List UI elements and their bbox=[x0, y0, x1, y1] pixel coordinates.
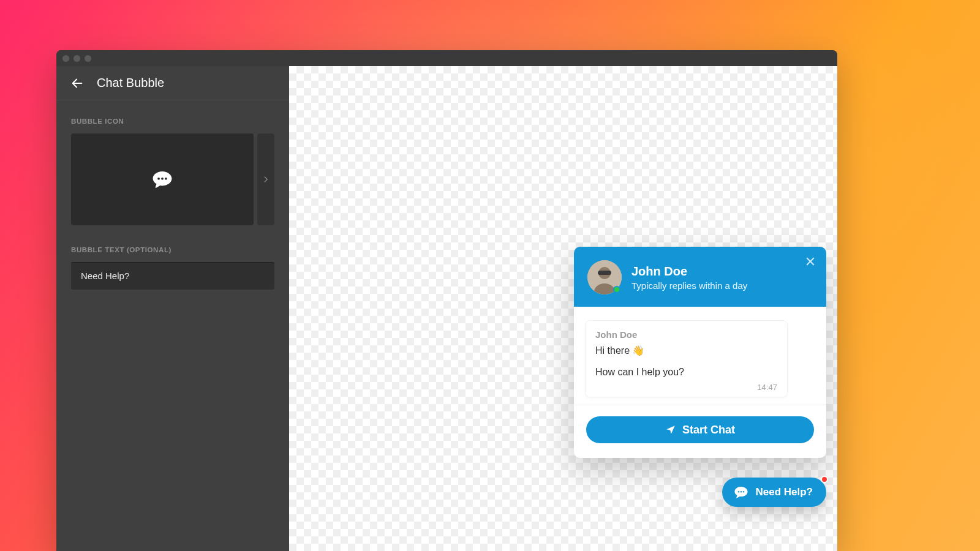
traffic-light-close[interactable] bbox=[62, 55, 69, 62]
chat-bubble-icon bbox=[151, 168, 174, 191]
start-chat-label: Start Chat bbox=[682, 424, 735, 437]
svg-rect-6 bbox=[598, 271, 611, 275]
traffic-light-zoom[interactable] bbox=[85, 55, 91, 62]
sidebar-header: Chat Bubble bbox=[56, 66, 289, 100]
settings-sidebar: Chat Bubble BUBBLE ICON bbox=[56, 66, 289, 551]
close-chat-button[interactable] bbox=[804, 255, 816, 268]
arrow-left-icon bbox=[70, 77, 84, 90]
close-icon bbox=[805, 256, 816, 267]
chat-launcher-bubble[interactable]: Need Help? bbox=[722, 478, 826, 507]
svg-point-3 bbox=[165, 178, 167, 180]
chat-bubble-icon bbox=[733, 484, 749, 500]
agent-info: John Doe Typically replies within a day bbox=[631, 264, 747, 291]
message-line-2: How can I help you? bbox=[595, 365, 777, 379]
avatar-wrap bbox=[587, 260, 622, 294]
bubble-icon-option-selected[interactable] bbox=[71, 133, 254, 225]
sidebar-content: BUBBLE ICON BUBBLE TEXT (OPTIO bbox=[56, 100, 289, 551]
chat-message: John Doe Hi there 👋 How can I help you? … bbox=[585, 320, 788, 397]
notification-dot bbox=[821, 476, 828, 483]
app-body: Chat Bubble BUBBLE ICON bbox=[56, 66, 837, 551]
send-icon bbox=[665, 424, 676, 435]
section-label-bubble-icon: BUBBLE ICON bbox=[71, 118, 274, 125]
online-status-dot bbox=[613, 286, 620, 293]
agent-name: John Doe bbox=[631, 264, 747, 279]
bubble-text-input[interactable] bbox=[71, 262, 274, 290]
traffic-light-minimize[interactable] bbox=[74, 55, 80, 62]
bubble-icon-next-button[interactable] bbox=[257, 133, 274, 225]
chevron-right-icon bbox=[262, 175, 270, 184]
svg-point-10 bbox=[741, 491, 742, 492]
agent-subtitle: Typically replies within a day bbox=[631, 280, 747, 291]
chat-body: John Doe Hi there 👋 How can I help you? … bbox=[574, 307, 826, 405]
sidebar-title: Chat Bubble bbox=[97, 76, 164, 90]
chat-widget: John Doe Typically replies within a day … bbox=[574, 247, 826, 458]
chat-launcher-label: Need Help? bbox=[755, 486, 813, 498]
svg-point-9 bbox=[738, 491, 739, 492]
chat-footer: Start Chat bbox=[574, 405, 826, 458]
start-chat-button[interactable]: Start Chat bbox=[586, 416, 814, 443]
message-timestamp: 14:47 bbox=[595, 383, 777, 392]
back-button[interactable] bbox=[69, 75, 86, 92]
section-label-bubble-text: BUBBLE TEXT (OPTIONAL) bbox=[71, 246, 274, 253]
message-sender: John Doe bbox=[595, 329, 777, 340]
chat-header: John Doe Typically replies within a day bbox=[574, 247, 826, 307]
preview-canvas: John Doe Typically replies within a day … bbox=[289, 66, 837, 551]
svg-point-1 bbox=[157, 178, 160, 180]
message-line-1: Hi there 👋 bbox=[595, 343, 777, 358]
window-titlebar bbox=[56, 50, 837, 66]
app-window: Chat Bubble BUBBLE ICON bbox=[56, 50, 837, 551]
bubble-icon-picker bbox=[71, 133, 274, 225]
svg-point-2 bbox=[161, 178, 164, 180]
svg-point-11 bbox=[743, 491, 744, 492]
